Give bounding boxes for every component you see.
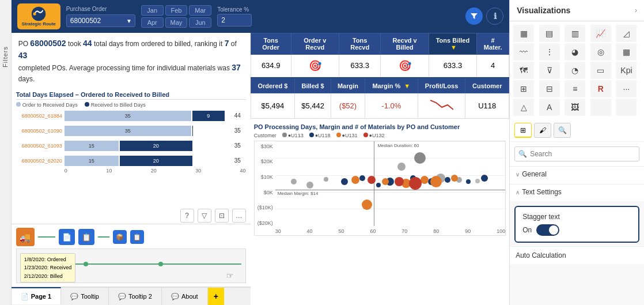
viz-icon-map[interactable]: 🗺 [513, 62, 534, 79]
month-mar[interactable]: Mar [189, 5, 211, 16]
viz-icon-blank[interactable] [590, 99, 611, 116]
tab-add-button[interactable]: + [208, 288, 224, 305]
tab-page1[interactable]: 📄 Page 1 [12, 287, 61, 304]
viz-icon-donut[interactable]: ◎ [590, 43, 611, 61]
po-select[interactable]: 68000502 [66, 14, 135, 27]
viz-icon-blank2[interactable] [616, 99, 637, 116]
viz-icon-table[interactable]: ⊞ [513, 80, 534, 97]
timeline-doc-icon-2: 📋 [78, 229, 94, 245]
export-toolbar-btn[interactable]: ⊡ [215, 209, 229, 223]
viz-sub-analytics[interactable]: 🔍 [554, 123, 571, 138]
bar-row-1: 68000502_61884 35 9 44 [16, 110, 246, 122]
filter-toolbar-btn[interactable]: ▽ [198, 209, 211, 223]
bar-container-1: 35 9 [65, 110, 230, 122]
viz-search-area: 🔍 [510, 142, 644, 167]
dot-2 [306, 182, 313, 189]
grid-line-2 [275, 158, 506, 159]
metrics-table-1: Tons Order Order v Recvd Tons Recvd Recv… [251, 33, 510, 77]
bar-chart: 68000502_61884 35 9 44 68000502_61090 35 [16, 110, 246, 167]
info-icon-btn[interactable]: ℹ [486, 7, 503, 25]
legend-item-1: Order to Received Days [16, 102, 78, 108]
td-tons-billed: 633.3 [429, 54, 476, 77]
tab-tooltip[interactable]: 💬 Tooltip [61, 288, 109, 305]
viz-general-header[interactable]: ∨ General [516, 170, 638, 178]
viz-search-input[interactable] [514, 146, 639, 161]
dot-15 [445, 177, 450, 183]
viz-icon-scatter[interactable]: ⋮ [539, 43, 560, 61]
viz-icon-shape[interactable]: △ [513, 99, 534, 116]
po-highlight: 68000502 [30, 39, 66, 48]
tab-about[interactable]: 💬 About [162, 288, 208, 305]
bar-total-3: 35 [234, 142, 246, 149]
month-jan[interactable]: Jan [141, 5, 164, 16]
svg-point-1 [33, 12, 36, 15]
right-content: Tons Order Order v Recvd Tons Recvd Recv… [251, 33, 510, 305]
th-margin-pct: Margin % ▼ [365, 78, 418, 93]
summary-mid3: of [231, 40, 237, 48]
tooltip2-icon: 💬 [118, 293, 126, 300]
bar-label-1: 68000502_61884 [16, 113, 62, 119]
trend-chart-icon [430, 98, 453, 112]
legend-dot-1 [16, 102, 21, 107]
bar-total-1: 44 [234, 112, 246, 119]
viz-icon-line[interactable]: 📈 [590, 25, 611, 42]
filter-icon-btn[interactable] [465, 7, 483, 25]
viz-sub-panel: ⊞ 🖌 🔍 [510, 119, 644, 142]
svg-point-5 [158, 262, 163, 266]
viz-icon-funnel[interactable]: ⊽ [539, 62, 560, 79]
dot-1 [291, 179, 297, 184]
td-customer: U118 [465, 93, 509, 118]
th-recvd-v-billed: Recvd v Billed [381, 33, 429, 54]
summary-mid1: took [68, 40, 83, 48]
info-icon: ℹ [494, 12, 497, 21]
viz-icon-matrix[interactable]: ⊟ [539, 80, 560, 97]
viz-icon-column[interactable]: ▥ [565, 25, 585, 42]
viz-panel: Visualizations › ▦ ▤ ▥ 📈 ◿ 〰 ⋮ ◕ ◎ ▦ 🗺 ⊽… [509, 0, 644, 305]
month-jun[interactable]: Jun [189, 17, 211, 28]
month-row2: Apr May Jun [141, 17, 211, 28]
dot-16 [466, 179, 471, 184]
more-toolbar-btn[interactable]: … [232, 209, 246, 223]
viz-expand-icon[interactable]: › [635, 6, 637, 14]
metrics-row-1: 634.9 🎯 633.3 🎯 633.3 4 [251, 54, 509, 77]
month-apr[interactable]: Apr [141, 17, 164, 28]
sort-icon: ▼ [450, 44, 457, 51]
median-margin-label: Median Margin: $14 [276, 190, 320, 197]
viz-icon-text[interactable]: A [539, 99, 560, 116]
viz-icon-bar[interactable]: ▤ [539, 25, 560, 42]
scatter-legend-u132: ●U132 [363, 133, 385, 138]
viz-icon-pie[interactable]: ◕ [565, 43, 585, 61]
logo-icon [31, 6, 47, 22]
timeline-tooltip: 1/8/2020: Ordered 1/23/2020: Received 2/… [20, 253, 76, 283]
tolerance-input[interactable] [217, 14, 252, 27]
month-row1: Jan Feb Mar [141, 5, 211, 16]
viz-icon-gauge[interactable]: ◔ [565, 62, 585, 79]
viz-icon-ribbon[interactable]: 〰 [513, 43, 534, 61]
viz-icon-image[interactable]: 🖼 [565, 99, 585, 116]
tab-tooltip2[interactable]: 💬 Tooltip 2 [109, 288, 162, 305]
toggle-switch[interactable] [536, 224, 559, 236]
viz-panel-title: Visualizations [517, 6, 570, 15]
viz-icon-more[interactable]: ··· [616, 80, 637, 97]
viz-icon-stacked-bar[interactable]: ▦ [513, 25, 534, 42]
month-may[interactable]: May [165, 17, 188, 28]
header: Strategic Route Purchase Order 68000502 … [12, 0, 510, 33]
viz-icon-r[interactable]: R [590, 80, 611, 97]
logo[interactable]: Strategic Route [17, 3, 60, 29]
viz-sub-fields[interactable]: ⊞ [514, 123, 532, 138]
viz-icon-treemap[interactable]: ▦ [616, 43, 637, 61]
viz-text-settings-header[interactable]: ∧ Text Settings [516, 188, 638, 196]
th-order-v-recvd: Order v Recvd [291, 33, 339, 54]
viz-icon-area[interactable]: ◿ [616, 25, 637, 42]
help-toolbar-btn[interactable]: ? [180, 209, 194, 223]
viz-icon-card[interactable]: ▭ [590, 62, 611, 79]
viz-icon-slicer[interactable]: ≡ [565, 80, 585, 97]
timeline-date-3: 2/12/2020: Billed [24, 272, 72, 280]
dot-17 [481, 175, 488, 182]
viz-sub-format[interactable]: 🖌 [534, 123, 551, 138]
content-area: PO 68000502 took 44 total days from orde… [12, 33, 510, 305]
month-feb[interactable]: Feb [165, 5, 188, 16]
dot-20 [382, 178, 389, 185]
bar-row-3: 68000502_61093 15 20 35 [16, 140, 246, 152]
viz-icon-kpi[interactable]: Kpi [616, 62, 637, 79]
